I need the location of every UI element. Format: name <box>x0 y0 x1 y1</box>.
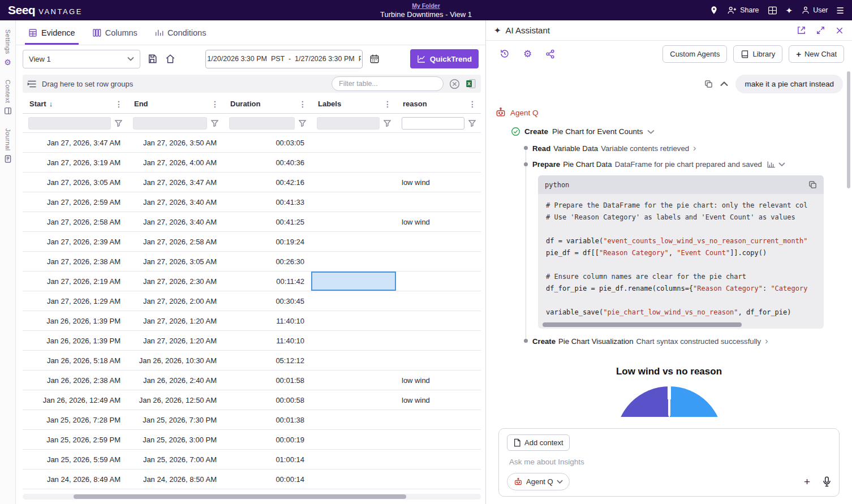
table-cell[interactable]: low wind <box>396 390 481 410</box>
journal-icon[interactable] <box>4 155 12 163</box>
table-cell[interactable]: Jan 27, 2026, 3:40 AM <box>127 212 223 231</box>
table-cell[interactable] <box>311 311 396 330</box>
table-cell[interactable]: Jan 27, 2026, 3:40 AM <box>127 192 223 212</box>
table-cell[interactable]: Jan 26, 2026, 12:49 AM <box>23 390 127 410</box>
column-filter-input[interactable] <box>229 117 295 130</box>
table-cell[interactable]: Jan 26, 2026, 5:18 AM <box>23 351 127 370</box>
table-cell[interactable]: Jan 25, 2026, 7:30 PM <box>127 410 223 429</box>
table-cell[interactable] <box>396 450 481 469</box>
table-cell[interactable]: Jan 25, 2026, 3:00 PM <box>127 430 223 449</box>
home-button[interactable] <box>164 53 177 65</box>
calendar-button[interactable] <box>368 53 381 65</box>
table-cell[interactable]: 11:40:10 <box>223 311 311 330</box>
column-menu-icon[interactable]: ⋮ <box>114 100 124 109</box>
table-cell[interactable] <box>311 272 396 291</box>
chevron-down-icon[interactable] <box>778 162 785 166</box>
table-cell[interactable] <box>396 430 481 449</box>
table-cell[interactable]: low wind <box>396 173 481 192</box>
scrollbar-thumb[interactable] <box>74 494 406 499</box>
table-cell[interactable] <box>311 410 396 429</box>
table-cell[interactable] <box>396 232 481 251</box>
table-cell[interactable]: 00:42:16 <box>223 173 311 192</box>
table-cell[interactable]: Jan 27, 2026, 2:30 AM <box>127 272 223 291</box>
table-cell[interactable] <box>311 430 396 449</box>
column-filter-input[interactable] <box>402 117 464 130</box>
table-cell[interactable]: Jan 25, 2026, 7:28 PM <box>23 410 127 429</box>
column-menu-icon[interactable]: ⋮ <box>298 100 308 109</box>
column-header-labels[interactable]: Labels ⋮ <box>311 94 396 113</box>
table-cell[interactable]: 00:40:36 <box>223 153 311 172</box>
column-header-end[interactable]: End ⋮ <box>127 94 223 113</box>
table-cell[interactable]: Jan 24, 2026, 8:49 AM <box>23 469 127 489</box>
tab-columns[interactable]: Columns <box>85 20 144 45</box>
dataframe-chart-icon[interactable] <box>767 161 776 168</box>
table-cell[interactable]: Jan 27, 2026, 2:39 AM <box>23 232 127 251</box>
filter-icon[interactable] <box>211 120 218 127</box>
ai-assistant-toggle-button[interactable]: ✦ <box>786 6 793 15</box>
breadcrumb-my-folder[interactable]: My Folder <box>412 2 440 9</box>
task-row[interactable]: Create Pie Chart for Event Counts <box>511 127 843 136</box>
expand-icon[interactable] <box>816 25 825 35</box>
table-cell[interactable] <box>311 469 396 489</box>
table-cell[interactable]: Jan 27, 2026, 1:29 AM <box>23 291 127 311</box>
table-cell[interactable]: 00:00:19 <box>223 430 311 449</box>
column-filter-input[interactable] <box>28 117 111 130</box>
table-cell[interactable] <box>396 272 481 291</box>
table-cell[interactable]: 05:12:12 <box>223 351 311 370</box>
table-cell[interactable]: Jan 27, 2026, 3:47 AM <box>127 173 223 192</box>
table-cell[interactable]: 01:00:14 <box>223 450 311 469</box>
table-cell[interactable]: 00:41:33 <box>223 192 311 212</box>
rail-context[interactable]: Context <box>4 80 12 115</box>
save-view-button[interactable] <box>146 53 158 65</box>
copy-code-icon[interactable] <box>808 180 817 189</box>
rail-journal[interactable]: Journal <box>4 128 12 163</box>
table-cell[interactable] <box>311 291 396 311</box>
table-cell[interactable]: Jan 26, 2026, 10:30 AM <box>127 351 223 370</box>
table-cell[interactable]: 00:19:24 <box>223 232 311 251</box>
column-header-reason[interactable]: reason ⋮ <box>396 94 481 113</box>
step-create-pie-chart-visualization[interactable]: Create Pie Chart Visualization Chart syn… <box>524 337 843 346</box>
table-cell[interactable]: Jan 27, 2026, 2:38 AM <box>23 252 127 271</box>
copy-message-icon[interactable] <box>704 80 713 88</box>
table-cell[interactable]: 00:00:58 <box>223 390 311 410</box>
open-in-new-icon[interactable] <box>797 25 806 35</box>
column-filter-input[interactable] <box>133 117 207 130</box>
table-cell[interactable] <box>396 469 481 489</box>
table-cell[interactable]: Jan 27, 2026, 3:47 AM <box>23 133 127 152</box>
tab-conditions[interactable]: Conditions <box>148 20 213 45</box>
table-cell[interactable]: Jan 24, 2026, 8:50 AM <box>127 469 223 489</box>
collapse-message-icon[interactable] <box>720 81 728 87</box>
horizontal-scrollbar[interactable] <box>23 494 481 499</box>
table-cell[interactable] <box>396 133 481 152</box>
table-cell[interactable]: Jan 27, 2026, 1:20 AM <box>127 311 223 330</box>
table-cell[interactable]: Jan 27, 2026, 3:19 AM <box>23 153 127 172</box>
user-menu-button[interactable]: User <box>801 6 828 15</box>
table-cell[interactable] <box>311 331 396 350</box>
table-cell[interactable]: Jan 27, 2026, 2:58 AM <box>23 212 127 231</box>
table-cell[interactable] <box>311 192 396 212</box>
filter-icon[interactable] <box>299 120 306 127</box>
table-cell[interactable]: Jan 27, 2026, 4:00 AM <box>127 153 223 172</box>
table-cell[interactable] <box>396 291 481 311</box>
table-cell[interactable]: Jan 26, 2026, 1:39 PM <box>23 331 127 350</box>
settings-label[interactable]: Settings <box>5 29 11 54</box>
column-menu-icon[interactable]: ⋮ <box>210 100 220 109</box>
table-cell[interactable]: Jan 27, 2026, 2:00 AM <box>127 291 223 311</box>
filter-icon[interactable] <box>384 120 391 127</box>
filter-icon[interactable] <box>468 120 476 127</box>
custom-agents-button[interactable]: Custom Agents <box>662 45 727 63</box>
table-cell[interactable] <box>311 390 396 410</box>
gear-icon[interactable]: ⚙ <box>523 49 532 59</box>
worksheets-button[interactable] <box>768 6 777 15</box>
column-filter-input[interactable] <box>317 117 380 130</box>
column-menu-icon[interactable]: ⋮ <box>382 100 393 109</box>
tab-evidence[interactable]: Evidence <box>21 20 82 45</box>
date-range-input[interactable] <box>205 50 363 68</box>
add-context-button[interactable]: Add context <box>507 434 570 451</box>
table-cell[interactable]: 00:01:58 <box>223 371 311 390</box>
step-read-variable-data[interactable]: Read Variable Data Variable contents ret… <box>524 144 843 153</box>
excel-export-icon[interactable]: X <box>466 79 476 89</box>
column-header-start[interactable]: Start ↓ ⋮ <box>23 94 127 113</box>
pie-chart[interactable] <box>616 386 723 417</box>
table-cell[interactable] <box>396 311 481 330</box>
